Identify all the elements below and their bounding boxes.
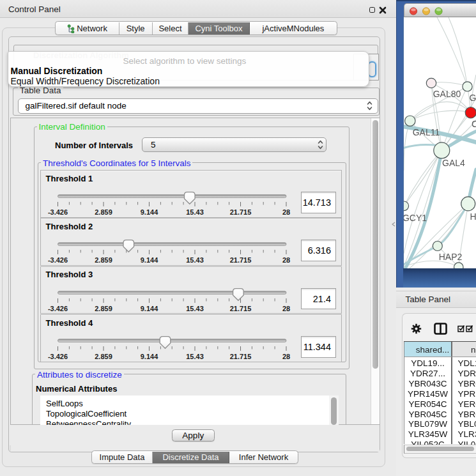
svg-text:21.715: 21.715: [230, 304, 252, 312]
svg-text:15.43: 15.43: [186, 353, 204, 360]
svg-text:GA: GA: [470, 93, 476, 103]
svg-text:2.859: 2.859: [95, 353, 112, 360]
svg-text:21.715: 21.715: [230, 353, 252, 360]
svg-text:9.144: 9.144: [141, 256, 158, 264]
svg-text:2.859: 2.859: [95, 256, 112, 264]
svg-text:-3.426: -3.426: [48, 256, 68, 264]
svg-text:C: C: [472, 119, 476, 129]
svg-text:2.859: 2.859: [95, 304, 112, 312]
svg-text:GAL4: GAL4: [442, 158, 465, 168]
svg-text:-3.426: -3.426: [48, 208, 68, 216]
svg-text:-3.426: -3.426: [48, 304, 68, 312]
svg-text:GAL80: GAL80: [433, 89, 461, 99]
svg-text:21.715: 21.715: [230, 256, 252, 264]
svg-text:28: 28: [282, 208, 290, 216]
svg-text:GCY1: GCY1: [404, 213, 427, 223]
svg-text:HAP2: HAP2: [439, 252, 463, 262]
svg-text:H: H: [470, 211, 476, 222]
svg-text:9.144: 9.144: [141, 304, 158, 312]
svg-text:9.144: 9.144: [141, 353, 158, 360]
svg-text:28: 28: [282, 256, 290, 264]
svg-text:15.43: 15.43: [186, 208, 204, 216]
svg-text:15.43: 15.43: [186, 256, 204, 264]
svg-text:2.859: 2.859: [95, 208, 112, 216]
svg-text:28: 28: [282, 304, 290, 312]
svg-text:9.144: 9.144: [141, 208, 158, 216]
svg-text:-3.426: -3.426: [48, 353, 68, 360]
svg-text:28: 28: [282, 353, 290, 360]
svg-text:15.43: 15.43: [186, 304, 204, 312]
svg-text:21.715: 21.715: [230, 208, 252, 216]
svg-text:GAL11: GAL11: [413, 127, 440, 137]
